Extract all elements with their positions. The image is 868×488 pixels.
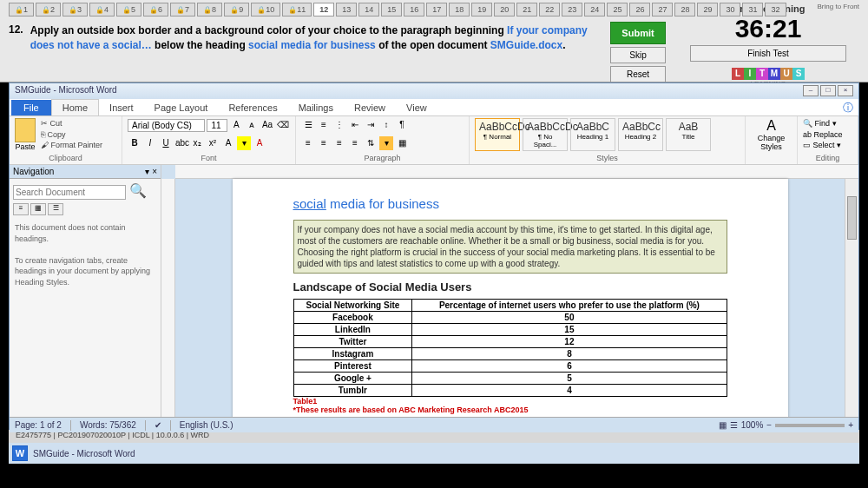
text-effects-icon[interactable]: A (221, 136, 235, 150)
page-layout-tab[interactable]: Page Layout (144, 100, 219, 115)
question-tab-1[interactable]: 🔒1 (9, 3, 34, 16)
shading-icon[interactable]: ▾ (379, 136, 393, 150)
scroll-thumb[interactable] (847, 196, 857, 240)
style-heading-1[interactable]: AaBbCHeading 1 (570, 118, 615, 151)
indent-right-icon[interactable]: ⇥ (364, 118, 378, 132)
question-tab-8[interactable]: 🔒8 (197, 3, 222, 16)
question-tab-10[interactable]: 🔒10 (251, 3, 280, 16)
view-icon[interactable]: ☰ (730, 420, 738, 430)
question-tab-26[interactable]: 26 (629, 3, 650, 16)
doc-heading-2[interactable]: Landscape of Social Media Users (293, 280, 727, 293)
minimize-button[interactable]: – (803, 85, 819, 96)
table-row[interactable]: LinkedIn15 (293, 324, 727, 336)
align-center-icon[interactable]: ≡ (317, 136, 331, 150)
question-tab-4[interactable]: 🔒4 (89, 3, 115, 16)
table-header[interactable]: Social Networking Site (293, 300, 412, 312)
italic-button[interactable]: I (143, 136, 157, 150)
close-button[interactable]: × (838, 85, 853, 96)
question-tab-5[interactable]: 🔒5 (116, 3, 141, 16)
vertical-scrollbar[interactable] (845, 179, 858, 417)
font-size-select[interactable]: 11 (207, 119, 227, 132)
question-tab-23[interactable]: 23 (562, 3, 582, 16)
underline-button[interactable]: U (159, 136, 173, 150)
highlight-icon[interactable]: ▾ (237, 136, 251, 150)
question-tab-15[interactable]: 15 (381, 3, 402, 16)
question-tab-22[interactable]: 22 (539, 3, 560, 16)
question-tab-18[interactable]: 18 (449, 3, 470, 16)
strike-button[interactable]: abc (174, 136, 188, 150)
question-tab-11[interactable]: 🔒11 (282, 3, 312, 16)
replace-button[interactable]: ab Replace (803, 129, 852, 141)
table-row[interactable]: Tumblr4 (293, 385, 727, 397)
borders-icon[interactable]: ▦ (395, 136, 409, 150)
home-tab[interactable]: Home (51, 99, 99, 115)
question-tab-9[interactable]: 🔒9 (224, 3, 249, 16)
table-row[interactable]: Pinterest6 (293, 360, 727, 373)
view-icon[interactable]: ▦ (719, 420, 727, 430)
question-tab-2[interactable]: 🔒2 (36, 3, 61, 16)
question-tab-25[interactable]: 25 (607, 3, 628, 16)
question-tab-7[interactable]: 🔒7 (170, 3, 195, 16)
multilevel-icon[interactable]: ⋮ (332, 118, 346, 132)
align-right-icon[interactable]: ≡ (332, 136, 346, 150)
finish-test-button[interactable]: Finish Test (690, 45, 846, 62)
subscript-button[interactable]: x₂ (190, 136, 204, 150)
zoom-out-icon[interactable]: − (766, 420, 772, 430)
question-tab-6[interactable]: 🔒6 (143, 3, 168, 16)
reset-button[interactable]: Reset (610, 66, 666, 82)
vertical-ruler[interactable] (161, 179, 175, 417)
style---normal[interactable]: AaBbCcDc¶ Normal (475, 118, 520, 151)
table-row[interactable]: Google +5 (293, 373, 727, 385)
align-left-icon[interactable]: ≡ (301, 136, 315, 150)
zoom-in-icon[interactable]: + (848, 420, 853, 430)
document-page[interactable]: social media for business If your compan… (233, 179, 788, 417)
word-taskbar-icon[interactable]: W (12, 445, 28, 461)
justify-icon[interactable]: ≡ (348, 136, 362, 150)
question-tab-27[interactable]: 27 (652, 3, 673, 16)
mailings-tab[interactable]: Mailings (288, 100, 344, 115)
status-language[interactable]: English (U.S.) (180, 420, 233, 430)
paste-button[interactable]: Paste (15, 118, 36, 151)
style-title[interactable]: AaBTitle (666, 118, 711, 151)
skip-button[interactable]: Skip (610, 47, 666, 63)
question-tab-17[interactable]: 17 (426, 3, 447, 16)
shrink-font-icon[interactable]: ᴀ (245, 118, 259, 132)
question-tab-29[interactable]: 29 (697, 3, 718, 16)
font-name-select[interactable]: Arial (Body CS) (128, 119, 205, 132)
maximize-button[interactable]: □ (820, 85, 836, 96)
superscript-button[interactable]: x² (206, 136, 220, 150)
question-tab-30[interactable]: 30 (720, 3, 740, 16)
horizontal-ruler[interactable] (175, 165, 858, 179)
font-color-icon[interactable]: A (253, 136, 266, 150)
question-tab-13[interactable]: 13 (336, 3, 357, 16)
table-row[interactable]: Twitter12 (293, 336, 727, 348)
question-tab-14[interactable]: 14 (358, 3, 379, 16)
insert-tab[interactable]: Insert (99, 100, 144, 115)
question-tab-20[interactable]: 20 (494, 3, 515, 16)
zoom-slider[interactable] (775, 424, 845, 427)
references-tab[interactable]: References (218, 100, 287, 115)
sort-icon[interactable]: ↕ (379, 118, 393, 132)
doc-heading-1[interactable]: social media for business (293, 196, 727, 211)
zoom-value[interactable]: 100% (741, 420, 764, 430)
select-button[interactable]: ▭ Select ▾ (803, 140, 852, 151)
question-tab-24[interactable]: 24 (584, 3, 605, 16)
question-tab-28[interactable]: 28 (674, 3, 695, 16)
change-styles-button[interactable]: A Change Styles (751, 118, 792, 151)
search-input[interactable] (13, 185, 126, 200)
cut-button[interactable]: ✂ Cut (41, 118, 102, 129)
submit-button[interactable]: Submit (610, 22, 666, 44)
style-heading-2[interactable]: AaBbCcHeading 2 (618, 118, 663, 151)
copy-button[interactable]: ⎘ Copy (41, 129, 102, 141)
taskbar-label[interactable]: SMGuide - Microsoft Word (33, 449, 135, 458)
review-tab[interactable]: Review (344, 100, 396, 115)
question-tab-31[interactable]: 31 (742, 3, 763, 16)
numbering-icon[interactable]: ≡ (317, 118, 331, 132)
view-tab[interactable]: View (396, 100, 437, 115)
question-tab-3[interactable]: 🔒3 (62, 3, 88, 16)
question-tab-21[interactable]: 21 (516, 3, 537, 16)
find-button[interactable]: 🔍 Find ▾ (803, 118, 852, 129)
search-icon[interactable]: 🔍 (129, 183, 147, 198)
doc-table[interactable]: Social Networking SitePercentage of inte… (293, 299, 727, 397)
change-case-icon[interactable]: Aa (260, 118, 274, 132)
